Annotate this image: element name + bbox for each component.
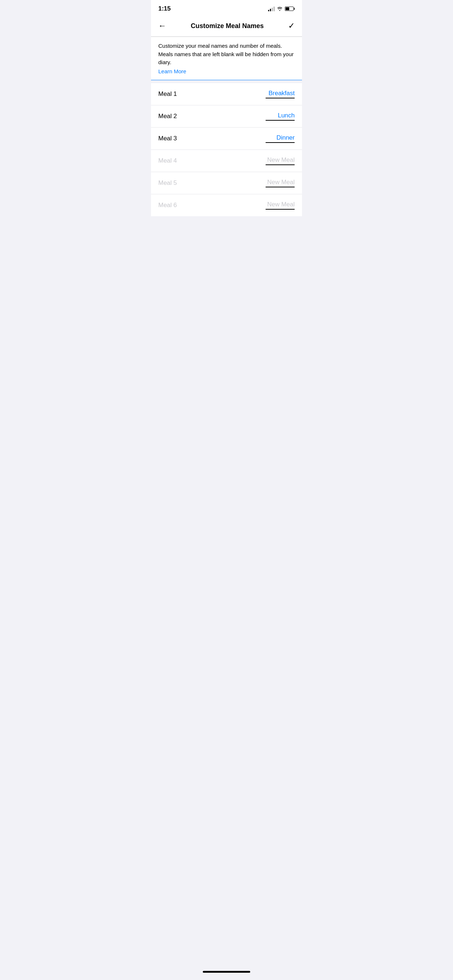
wifi-icon (277, 6, 283, 11)
home-indicator-bar (203, 971, 250, 973)
description-section: Customize your meal names and number of … (151, 37, 302, 80)
meal-row-3: Meal 3 (151, 127, 302, 150)
meal-label-2: Meal 2 (158, 113, 177, 120)
meal-value-input-4[interactable] (217, 156, 295, 164)
back-button[interactable]: ← (158, 21, 166, 31)
meal-value-input-2[interactable] (217, 112, 295, 119)
meal-underline-4 (266, 164, 295, 165)
meal-underline-5 (266, 187, 295, 188)
meal-label-6: Meal 6 (158, 202, 177, 209)
signal-icon (268, 6, 274, 11)
meal-list: Meal 1Meal 2Meal 3Meal 4Meal 5Meal 6 (151, 83, 302, 216)
learn-more-link[interactable]: Learn More (158, 68, 187, 75)
done-button[interactable]: ✓ (288, 20, 295, 32)
nav-bar: ← Customize Meal Names ✓ (151, 15, 302, 37)
meal-input-wrapper-1 (217, 90, 295, 99)
meal-underline-3 (266, 142, 295, 143)
meal-input-wrapper-3 (217, 134, 295, 143)
meal-label-5: Meal 5 (158, 180, 177, 187)
status-icons (268, 6, 295, 11)
description-text: Customize your meal names and number of … (158, 42, 295, 67)
status-time: 1:15 (158, 5, 171, 13)
meal-row-6: Meal 6 (151, 194, 302, 216)
page-title: Customize Meal Names (191, 22, 264, 30)
meal-label-3: Meal 3 (158, 135, 177, 142)
signal-bar-4 (274, 6, 274, 11)
meal-underline-1 (266, 98, 295, 99)
back-arrow-icon: ← (158, 22, 166, 30)
meal-label-4: Meal 4 (158, 157, 177, 164)
meal-input-wrapper-5 (217, 179, 295, 188)
meal-value-input-6[interactable] (217, 201, 295, 208)
meal-row-1: Meal 1 (151, 83, 302, 105)
signal-bar-2 (270, 9, 271, 11)
meal-label-1: Meal 1 (158, 91, 177, 98)
gray-background (151, 216, 302, 967)
signal-bar-3 (272, 8, 273, 11)
meal-underline-6 (266, 209, 295, 210)
battery-fill (286, 7, 289, 10)
meal-row-5: Meal 5 (151, 172, 302, 194)
battery-tip (294, 8, 295, 10)
meal-underline-2 (266, 120, 295, 121)
status-bar: 1:15 (151, 0, 302, 15)
battery-body (285, 6, 293, 11)
meal-input-wrapper-2 (217, 112, 295, 121)
home-indicator-area (151, 967, 302, 980)
battery-icon (285, 6, 295, 11)
meal-input-wrapper-4 (217, 156, 295, 165)
meal-input-wrapper-6 (217, 201, 295, 210)
meal-value-input-1[interactable] (217, 90, 295, 97)
meal-value-input-3[interactable] (217, 134, 295, 142)
signal-bar-1 (268, 10, 269, 11)
meal-row-4: Meal 4 (151, 150, 302, 172)
checkmark-icon: ✓ (288, 21, 295, 30)
meal-value-input-5[interactable] (217, 179, 295, 186)
meal-row-2: Meal 2 (151, 105, 302, 127)
